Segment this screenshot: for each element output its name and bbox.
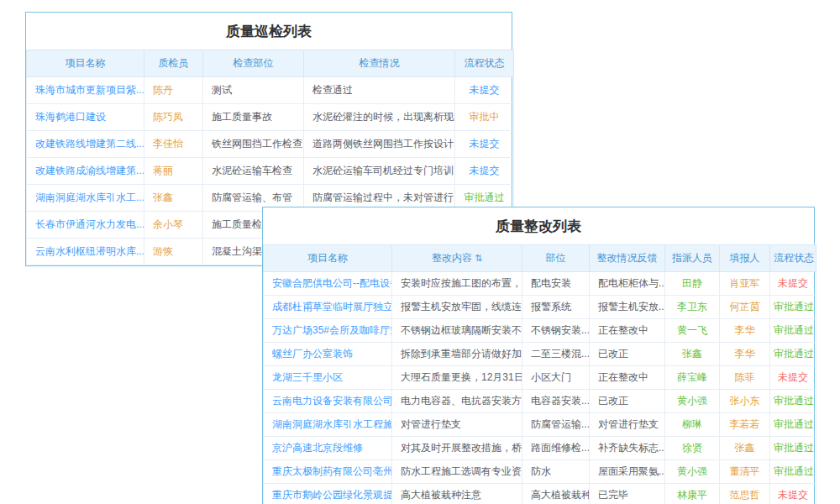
part-cell: 电容器安装...	[522, 390, 590, 413]
project-name-link[interactable]: 龙湖三千里小区	[264, 366, 392, 390]
assignee-name-cell: 柳琳	[665, 413, 720, 437]
rectify-content-cell: 对管进行垫支	[392, 413, 522, 437]
rectify-content-cell: 拆除到承重墙部分请做好加固...	[392, 343, 522, 366]
column-header-part: 部位	[522, 245, 590, 272]
part-cell: 路面维修检...	[522, 437, 590, 460]
project-name-link[interactable]: 长春市伊通河水力发电...	[27, 212, 144, 239]
table-row: 京沪高速北京段维修对其及时开展整改措施，桥头...路面维修检...补齐缺失标志.…	[264, 437, 816, 460]
reporter-name-cell: 李华	[720, 319, 770, 343]
table-row: 改建铁路线增建第二线...李佳怡铁丝网围挡工作检查道路两侧铁丝网围挡工作按设计.…	[27, 131, 514, 158]
assignee-name-cell: 黄小强	[665, 460, 720, 484]
inspector-name-cell: 蒋丽	[144, 158, 203, 185]
assignee-name-cell: 薛宝峰	[665, 366, 720, 390]
part-cell: 防腐管运输...	[522, 413, 590, 437]
project-name-link[interactable]: 螺丝厂办公室装饰	[264, 343, 392, 366]
part-cell: 二至三楼混...	[522, 343, 590, 366]
assignee-name-cell: 黄一飞	[665, 319, 720, 343]
feedback-cell: 已改正	[590, 390, 665, 413]
inspector-name-cell: 余小琴	[144, 212, 203, 239]
rectify-content-cell: 对其及时开展整改措施，桥头...	[392, 437, 522, 460]
feedback-cell: 已完毕	[590, 484, 665, 504]
table-row: 珠海市城市更新项目紫...陈丹测试检查通过未提交	[27, 77, 514, 104]
inspector-name-cell: 李佳怡	[144, 131, 203, 158]
inspection-situation-cell: 道路两侧铁丝网围挡工作按设计...	[304, 131, 455, 158]
table-row: 珠海鹤港口建设陈巧凤施工质量事故水泥砼灌注的时候，出现离析现象审批中	[27, 104, 514, 131]
workflow-status-badge: 审批通过	[770, 296, 816, 319]
rectify-content-cell: 报警主机安放牢固，线缆连接...	[392, 296, 522, 319]
inspector-name-cell: 游恢	[144, 239, 203, 265]
rectify-content-cell: 安装时应按施工图的布置，将...	[392, 272, 522, 296]
project-name-link[interactable]: 重庆太极制药有限公司亳州中...	[264, 460, 392, 484]
project-name-link[interactable]: 云南水利枢纽潜明水库...	[27, 239, 144, 265]
reporter-name-cell: 肖亚军	[720, 272, 770, 296]
table-row: 重庆市鹅岭公园绿化景观提升...高大植被栽种注意高大植被栽种已完毕林康平范思哲未…	[264, 484, 816, 504]
assignee-name-cell: 张鑫	[665, 343, 720, 366]
workflow-status-badge: 未提交	[455, 77, 514, 104]
rectification-panel-title: 质量整改列表	[263, 207, 814, 244]
project-name-link[interactable]: 湖南洞庭湖水库引水工...	[27, 185, 144, 212]
table-row: 湖南洞庭湖水库引水工程施工...对管进行垫支防腐管运输...对管进行垫支柳琳李若…	[264, 413, 816, 437]
feedback-cell: 补齐缺失标志...	[590, 437, 665, 460]
reporter-name-cell: 李若若	[720, 413, 770, 437]
project-name-link[interactable]: 改建铁路线增建第二线...	[27, 131, 144, 158]
table-row: 云南电力设备安装有限公司20...电力电容器、电抗器安装方案,...电容器安装.…	[264, 390, 816, 413]
inspection-header-row: 项目名称 质检员 检查部位 检查情况 流程状态	[27, 50, 514, 77]
sort-icon[interactable]: ⇅	[475, 253, 482, 263]
workflow-status-badge: 未提交	[770, 366, 816, 390]
project-name-link[interactable]: 珠海市城市更新项目紫...	[27, 77, 144, 104]
rectify-content-cell: 高大植被栽种注意	[392, 484, 522, 504]
column-header-reporter: 填报人	[720, 245, 770, 272]
part-cell: 配电安装	[522, 272, 590, 296]
inspector-name-cell: 陈丹	[144, 77, 203, 104]
table-row: 安徽合肥供电公司--配电设备...安装时应按施工图的布置，将...配电安装配电柜…	[264, 272, 816, 296]
project-name-link[interactable]: 京沪高速北京段维修	[264, 437, 392, 460]
feedback-cell: 对管进行垫支	[590, 413, 665, 437]
workflow-status-badge: 审批通过	[770, 319, 816, 343]
project-name-link[interactable]: 重庆市鹅岭公园绿化景观提升...	[264, 484, 392, 504]
workflow-status-badge: 审批通过	[770, 343, 816, 366]
inspection-situation-cell: 水泥砼运输车司机经过专门培训...	[304, 158, 455, 185]
inspection-part-cell: 水泥砼运输车检查	[203, 158, 304, 185]
reporter-name-cell: 张小东	[720, 390, 770, 413]
project-name-link[interactable]: 云南电力设备安装有限公司20...	[264, 390, 392, 413]
project-name-link[interactable]: 珠海鹤港口建设	[27, 104, 144, 131]
project-name-link[interactable]: 万达广场35#会所及咖啡厅空...	[264, 319, 392, 343]
column-header-assignee: 指派人员	[665, 245, 720, 272]
part-cell: 小区大门	[522, 366, 590, 390]
assignee-name-cell: 田静	[665, 272, 720, 296]
project-name-link[interactable]: 改建铁路成渝线增建第...	[27, 158, 144, 185]
workflow-status-badge: 未提交	[770, 484, 816, 504]
column-header-content-sortable[interactable]: 整改内容⇅	[392, 245, 522, 272]
rectify-content-cell: 防水工程施工选调有专业资质...	[392, 460, 522, 484]
assignee-name-cell: 林康平	[665, 484, 720, 504]
assignee-name-cell: 李卫东	[665, 296, 720, 319]
assignee-name-cell: 黄小强	[665, 390, 720, 413]
workflow-status-badge: 未提交	[770, 272, 816, 296]
table-row: 万达广场35#会所及咖啡厅空...不锈钢边框玻璃隔断安装不牢...不锈钢安装..…	[264, 319, 816, 343]
inspection-panel-title: 质量巡检列表	[26, 13, 512, 50]
column-header-feedback: 整改情况反馈	[590, 245, 665, 272]
reporter-name-cell: 李华	[720, 343, 770, 366]
inspection-situation-cell: 检查通过	[304, 77, 455, 104]
reporter-name-cell: 范思哲	[720, 484, 770, 504]
rectification-header-row: 项目名称 整改内容⇅ 部位 整改情况反馈 指派人员 填报人 流程状态	[264, 245, 816, 272]
inspection-situation-cell: 水泥砼灌注的时候，出现离析现象	[304, 104, 455, 131]
column-header-situation: 检查情况	[304, 50, 455, 77]
reporter-name-cell: 陈菲	[720, 366, 770, 390]
feedback-cell: 已改正	[590, 343, 665, 366]
inspection-part-cell: 施工质量事故	[203, 104, 304, 131]
workflow-status-badge: 审批通过	[770, 460, 816, 484]
column-header-inspector: 质检员	[144, 50, 203, 77]
assignee-name-cell: 徐贤	[665, 437, 720, 460]
feedback-cell: 正在整改中	[590, 319, 665, 343]
workflow-status-badge: 未提交	[455, 131, 514, 158]
table-row: 龙湖三千里小区大理石质量更换，12月31日之...小区大门正在整改中薛宝峰陈菲未…	[264, 366, 816, 390]
rectification-table: 项目名称 整改内容⇅ 部位 整改情况反馈 指派人员 填报人 流程状态 安徽合肥供…	[263, 244, 816, 504]
feedback-cell: 屋面采用聚氨...	[590, 460, 665, 484]
project-name-link[interactable]: 成都杜甫草堂临时展厅独立展...	[264, 296, 392, 319]
workflow-status-badge: 审批通过	[770, 413, 816, 437]
project-name-link[interactable]: 湖南洞庭湖水库引水工程施工...	[264, 413, 392, 437]
feedback-cell: 配电柜柜体与...	[590, 272, 665, 296]
project-name-link[interactable]: 安徽合肥供电公司--配电设备...	[264, 272, 392, 296]
table-row: 成都杜甫草堂临时展厅独立展...报警主机安放牢固，线缆连接...报警系统报警主机…	[264, 296, 816, 319]
